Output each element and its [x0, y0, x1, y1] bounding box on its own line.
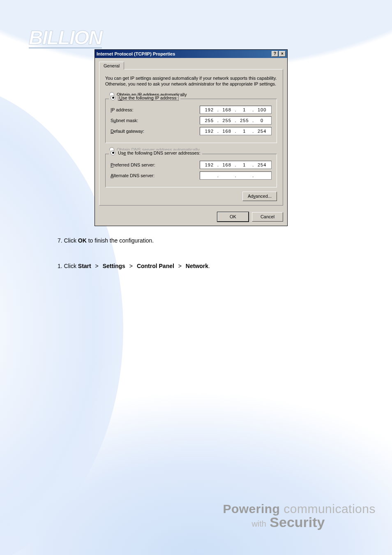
default-gateway-label: Default gateway:: [111, 129, 144, 134]
pref-dns-input[interactable]: 192. 168. 1. 254: [200, 161, 272, 169]
footer-word: communications: [284, 502, 376, 516]
ip-seg: 254: [254, 162, 270, 167]
footer-word: Powering: [223, 502, 280, 516]
separator: >: [95, 263, 99, 269]
step-bold: OK: [78, 237, 87, 244]
separator: >: [178, 263, 182, 269]
footer-brand: Powering communications with Security: [223, 502, 376, 530]
pref-dns-label: Preferred DNS server:: [111, 162, 155, 167]
step-text: 1. Click: [58, 263, 78, 269]
subnet-mask-input[interactable]: 255. 255. 255. 0: [200, 116, 272, 125]
tcpip-properties-dialog: Internet Protocol (TCP/IP) Properties ? …: [95, 49, 288, 226]
dialog-titlebar: Internet Protocol (TCP/IP) Properties ? …: [95, 50, 287, 58]
help-button[interactable]: ?: [272, 51, 278, 57]
step-7: 7. Click OK to finish the configuration.: [58, 236, 351, 245]
step-text: to finish the configuration.: [87, 237, 154, 244]
ip-seg: 255: [237, 118, 252, 123]
ip-seg: 168: [219, 162, 235, 167]
advanced-button[interactable]: Advanced...: [242, 192, 277, 201]
radio-use-ip[interactable]: [111, 95, 115, 100]
brand-logo: BILLION: [29, 29, 102, 49]
document-body: 7. Click OK to finish the configuration.…: [58, 236, 351, 271]
dialog-title: Internet Protocol (TCP/IP) Properties: [97, 51, 175, 56]
step-bold: Control Panel: [137, 263, 174, 269]
radio-use-dns-label: Use the following DNS server addresses:: [118, 150, 201, 155]
step-bold: Settings: [103, 263, 125, 269]
step-1: 1. Click Start > Settings > Control Pane…: [58, 261, 351, 271]
alt-dns-input[interactable]: . . .: [200, 171, 272, 180]
ip-seg: 255: [219, 118, 235, 123]
close-button[interactable]: ×: [279, 51, 286, 57]
default-gateway-input[interactable]: 192. 168. 1. 254: [200, 127, 272, 135]
footer-word: with: [251, 519, 266, 528]
ip-address-group: Use the following IP address: IP address…: [105, 99, 277, 143]
step-text: .: [208, 263, 210, 269]
ip-seg: 168: [219, 107, 235, 112]
radio-use-dns[interactable]: [111, 150, 115, 155]
alt-dns-label: Alternate DNS server:: [111, 173, 154, 178]
ip-seg: 0: [254, 118, 270, 123]
ip-seg: 168: [219, 129, 235, 134]
tab-general[interactable]: General: [99, 62, 124, 69]
ip-seg: 100: [254, 107, 270, 112]
cancel-button[interactable]: Cancel: [252, 212, 283, 222]
ip-seg: 1: [237, 129, 252, 134]
step-bold: Start: [78, 263, 91, 269]
dialog-description: You can get IP settings assigned automat…: [105, 75, 277, 87]
ip-seg: 192: [202, 162, 217, 167]
ip-seg: 192: [202, 107, 217, 112]
subnet-mask-label: Subnet mask:: [111, 118, 138, 123]
dns-group: Use the following DNS server addresses: …: [105, 154, 277, 187]
ok-button[interactable]: OK: [217, 212, 249, 222]
ip-seg: 254: [254, 129, 270, 134]
footer-word: Security: [270, 514, 325, 530]
ip-seg: 255: [202, 118, 217, 123]
ip-seg: 192: [202, 129, 217, 134]
ip-address-input[interactable]: 192. 168. 1. 100: [200, 106, 272, 114]
ip-seg: 1: [237, 107, 252, 112]
ip-address-label: IP address:: [111, 107, 133, 112]
radio-use-ip-label: Use the following IP address:: [118, 95, 179, 100]
ip-seg: 1: [237, 162, 252, 167]
separator: >: [129, 263, 133, 269]
step-bold: Network: [186, 263, 208, 269]
step-text: 7. Click: [58, 237, 78, 244]
